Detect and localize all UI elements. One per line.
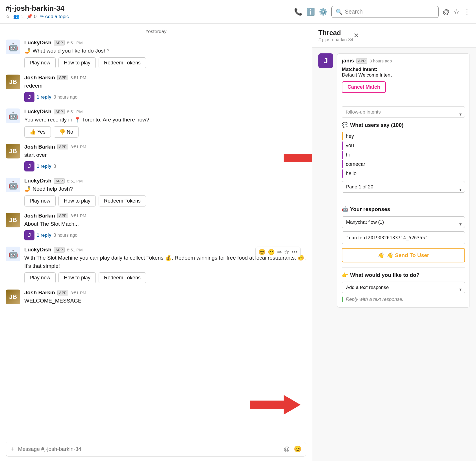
message-group: 🤖 LuckyDish APP 8:51 PM 🤳 Need help Josh… <box>6 178 306 206</box>
play-now-btn[interactable]: Play now <box>24 272 56 283</box>
thread-close-button[interactable]: ✕ <box>353 32 359 40</box>
reply-indicator: J 1 reply 3 hours ago <box>24 92 306 102</box>
manychat-flow-select[interactable]: Manychat flow (1) <box>342 216 465 228</box>
matched-intent: Matched Intent: Default Welcome Intent <box>342 67 465 78</box>
bookmark-msg-icon[interactable]: ☆ <box>284 249 289 255</box>
josh-avatar-img: JB <box>6 144 20 158</box>
section-divider <box>342 102 465 102</box>
yes-btn[interactable]: 👍 Yes <box>24 126 51 138</box>
thread-content: janis APP 3 hours ago Matched Intent: De… <box>337 53 470 308</box>
bookmark-icon[interactable]: ☆ <box>453 8 460 16</box>
message-text: redeem <box>24 82 306 90</box>
app-badge: APP <box>57 144 68 149</box>
message-group: 🤖 LuckyDish APP 8:51 PM With The Slot Ma… <box>6 247 306 283</box>
thread-message: J janis APP 3 hours ago Matched Intent: … <box>318 53 470 308</box>
message-text: 🤳 Need help Josh? <box>24 185 306 193</box>
message-buttons: Play now How to play Redeem Tokens <box>24 57 306 68</box>
add-response-wrapper: Add a text response <box>342 282 465 297</box>
no-btn[interactable]: 👎 No <box>54 126 79 138</box>
redeem-tokens-btn[interactable]: Redeem Tokens <box>99 57 146 68</box>
search-icon: 🔍 <box>336 8 343 15</box>
reply-count[interactable]: 1 reply <box>37 164 51 169</box>
avatar-josh: JB <box>6 290 20 304</box>
message-content: LuckyDish APP 8:51 PM 🤳 Need help Josh? … <box>24 178 306 206</box>
message-group: 🤖 LuckyDish APP 8:51 PM 🤳 What would you… <box>6 40 306 68</box>
info-icon[interactable]: ℹ️ <box>307 8 315 16</box>
svg-marker-0 <box>284 149 312 166</box>
message-input[interactable] <box>18 446 280 452</box>
section-divider <box>342 268 465 268</box>
message-header: LuckyDish APP 8:51 PM <box>24 108 306 115</box>
intent-bar-hey: hey <box>342 132 465 140</box>
page-select[interactable]: Page 1 of 20 <box>342 181 465 193</box>
reply-count[interactable]: 1 reply <box>37 233 51 238</box>
intent-phrases-list: hey you hi começar <box>342 132 465 178</box>
message-content: Josh Barkin APP 8:51 PM redeem J 1 reply… <box>24 75 306 103</box>
chat-input-box[interactable]: + @ 😊 <box>6 442 306 456</box>
intent-bar-comecar: começar <box>342 160 465 168</box>
how-to-play-btn[interactable]: How to play <box>58 195 96 206</box>
emoji-add-icon[interactable]: 😶 <box>268 249 275 255</box>
avatar-luckydish: 🤖 <box>6 108 20 123</box>
reply-time: 3 hours ago <box>54 233 78 238</box>
add-topic-link[interactable]: ✏ Add a topic <box>40 14 69 19</box>
channel-title: #j-josh-barkin-34 <box>6 4 294 13</box>
emoji-reaction-icon[interactable]: 😊 <box>258 249 266 255</box>
pins-count: 📌 0 <box>27 14 36 19</box>
reply-indicator: J 1 reply 3 hours ago <box>24 230 306 240</box>
intent-bar-hello: hello <box>342 169 465 178</box>
message-text: You were recently in 📍 Toronto. Are you … <box>24 116 306 124</box>
reply-hint-bar: Reply with a text response. <box>342 297 465 302</box>
follow-up-intents-select[interactable]: follow-up intents <box>342 106 465 118</box>
sender-name: LuckyDish <box>24 108 51 115</box>
search-input[interactable] <box>345 8 434 15</box>
at-icon[interactable]: @ <box>443 8 449 16</box>
how-to-play-btn[interactable]: How to play <box>58 57 96 68</box>
message-header: Josh Barkin APP 8:51 PM <box>24 144 306 150</box>
message-header: LuckyDish APP 8:51 PM <box>24 40 306 46</box>
josh-avatar-img: JB <box>6 75 20 89</box>
thread-timestamp: 3 hours ago <box>370 58 392 63</box>
header: #j-josh-barkin-34 ☆ 👥 1 📌 0 ✏ Add a topi… <box>0 0 476 24</box>
more-actions-icon[interactable]: ••• <box>292 249 297 255</box>
manychat-flow-wrapper: Manychat flow (1) <box>342 216 465 231</box>
timestamp: 8:51 PM <box>71 213 86 218</box>
matched-intent-value: Default Welcome Intent <box>342 72 392 78</box>
send-icon: 👋 <box>378 252 384 258</box>
message-content: Josh Barkin APP 8:51 PM start over J 1 r… <box>24 144 306 172</box>
timestamp: 8:51 PM <box>67 40 83 45</box>
settings-icon[interactable]: ⚙️ <box>319 8 327 16</box>
your-responses-heading: 🤖 Your responses <box>342 206 465 212</box>
app-badge: APP <box>54 40 65 45</box>
star-icon[interactable]: ☆ <box>6 14 10 19</box>
how-to-play-btn[interactable]: How to play <box>58 272 96 283</box>
add-icon[interactable]: + <box>10 445 14 453</box>
search-bar[interactable]: 🔍 <box>331 6 439 18</box>
timestamp: 8:51 PM <box>71 290 86 295</box>
sender-name: LuckyDish <box>24 247 51 253</box>
cancel-match-button[interactable]: Cancel Match <box>342 81 386 93</box>
play-now-btn[interactable]: Play now <box>24 57 56 68</box>
thread-scroll[interactable]: J janis APP 3 hours ago Matched Intent: … <box>312 48 476 461</box>
emoji-message-icon[interactable]: 😊 <box>294 445 301 453</box>
redeem-tokens-btn[interactable]: Redeem Tokens <box>99 195 146 206</box>
add-response-select[interactable]: Add a text response <box>342 282 465 293</box>
reply-count[interactable]: 1 reply <box>37 95 51 100</box>
play-now-btn[interactable]: Play now <box>24 195 56 206</box>
sender-name: LuckyDish <box>24 178 51 184</box>
message-content: Josh Barkin APP 8:51 PM WELCOME_MESSAGE <box>24 290 306 307</box>
more-icon[interactable]: ⋮ <box>464 8 470 16</box>
josh-avatar-img: JB <box>6 213 20 227</box>
timestamp: 8:51 PM <box>67 247 83 252</box>
thread-header: Thread # j-josh-barkin-34 ✕ <box>312 24 476 48</box>
avatar-luckydish: 🤖 <box>6 247 20 261</box>
chat-scroll[interactable]: Yesterday 🤖 LuckyDish APP 8:51 PM 🤳 What… <box>0 24 312 437</box>
at-message-icon[interactable]: @ <box>284 445 290 453</box>
forward-icon[interactable]: ⇒ <box>277 249 282 255</box>
send-to-user-button[interactable]: 👋 👋 Send To User <box>342 248 465 262</box>
phone-icon[interactable]: 📞 <box>294 8 303 16</box>
app-badge: APP <box>54 247 65 253</box>
avatar-josh: JB <box>6 144 20 158</box>
redeem-tokens-btn[interactable]: Redeem Tokens <box>99 272 146 283</box>
reply-time: 3 hours ago <box>54 95 78 100</box>
